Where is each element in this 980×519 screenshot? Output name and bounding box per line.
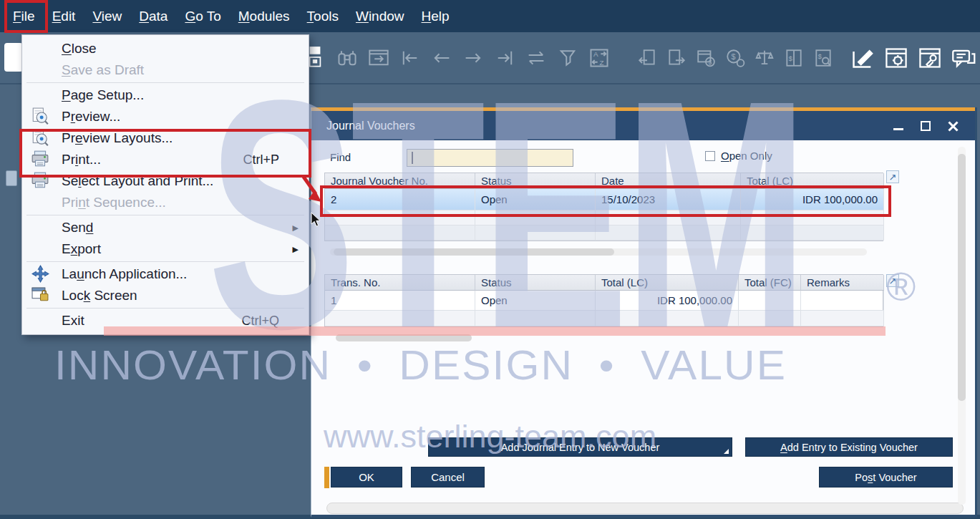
journal-vouchers-window: Journal Vouchers Find Open Only Journal … bbox=[311, 107, 977, 518]
entries-table-hscroll-thumb[interactable] bbox=[336, 334, 472, 341]
menu-separator bbox=[26, 82, 304, 83]
menu-bar: FileEditViewDataGo ToModulesToolsWindowH… bbox=[0, 0, 980, 32]
open-only-label[interactable]: Open Only bbox=[721, 150, 772, 162]
file-menu-item-exit[interactable]: ExitCtrl+Q bbox=[22, 310, 309, 331]
next-document-icon[interactable] bbox=[666, 48, 687, 68]
preview-icon bbox=[28, 107, 52, 126]
file-menu-item-select-layout-and-print[interactable]: Select Layout and Print... bbox=[22, 170, 309, 192]
menubar-item-data[interactable]: Data bbox=[139, 9, 168, 24]
empty-table-row[interactable] bbox=[325, 311, 883, 326]
voucher-table-hscroll-thumb[interactable] bbox=[334, 248, 614, 256]
menubar-item-modules[interactable]: Modules bbox=[238, 9, 290, 24]
file-menu-dropdown: CloseSave as DraftPage Setup...Preview..… bbox=[21, 34, 309, 335]
first-record-icon[interactable] bbox=[399, 47, 421, 69]
window-vscrollbar-thumb[interactable] bbox=[958, 154, 966, 401]
svg-text:$: $ bbox=[818, 52, 822, 59]
table-header-row: Trans. No.StatusTotal (LC)Total (FC)Rema… bbox=[325, 275, 883, 291]
add-entry-existing-voucher-button[interactable]: Add Entry to Existing Voucher bbox=[745, 437, 953, 457]
minimize-icon[interactable] bbox=[893, 128, 903, 130]
close-icon[interactable] bbox=[948, 121, 958, 131]
table-cell bbox=[596, 311, 739, 326]
last-record-icon[interactable] bbox=[494, 47, 515, 69]
default-button-accent bbox=[324, 467, 329, 488]
menubar-item-tools[interactable]: Tools bbox=[307, 9, 339, 24]
messages-icon[interactable] bbox=[951, 46, 976, 70]
add-journal-entry-new-voucher-button[interactable]: Add Journal Entry to New Voucher bbox=[428, 437, 732, 457]
column-header[interactable]: Remarks bbox=[801, 275, 884, 291]
menu-item-label: Save as Draft bbox=[62, 62, 144, 78]
svg-text:$: $ bbox=[708, 58, 712, 65]
expand-table-icon[interactable]: ↗ bbox=[886, 170, 899, 183]
customize-icon[interactable] bbox=[918, 46, 942, 70]
post-voucher-button[interactable]: Post Voucher bbox=[819, 467, 953, 488]
column-header[interactable]: Total (LC) bbox=[596, 275, 739, 291]
column-header[interactable]: Total (LC) bbox=[741, 173, 884, 189]
table-row[interactable]: 2Open15/10/2023IDR 100,000.00 bbox=[325, 189, 883, 210]
file-menu-item-preview[interactable]: Preview... bbox=[22, 106, 309, 127]
printer-icon bbox=[28, 172, 52, 189]
submenu-arrow-icon: ▶ bbox=[293, 245, 304, 254]
column-header[interactable]: Journal Voucher No. bbox=[325, 173, 475, 189]
column-header[interactable]: Status bbox=[475, 173, 596, 189]
previous-document-icon[interactable] bbox=[637, 48, 657, 68]
cancel-button[interactable]: Cancel bbox=[411, 467, 485, 488]
table-cell bbox=[739, 311, 801, 326]
file-menu-item-print-sequence: Print Sequence... bbox=[22, 192, 309, 213]
filter-icon[interactable] bbox=[557, 47, 578, 69]
menubar-item-help[interactable]: Help bbox=[422, 9, 450, 24]
svg-text:$: $ bbox=[732, 52, 736, 61]
menubar-item-edit[interactable]: Edit bbox=[52, 9, 76, 24]
file-menu-item-launch-application[interactable]: Launch Application... bbox=[22, 263, 309, 285]
menu-item-label: Send bbox=[62, 220, 93, 236]
column-header[interactable]: Date bbox=[596, 173, 741, 189]
menubar-item-go-to[interactable]: Go To bbox=[185, 9, 220, 24]
file-menu-item-preview-layouts[interactable]: Preview Layouts... bbox=[22, 127, 309, 149]
find-input[interactable] bbox=[407, 149, 573, 167]
menu-item-label: Launch Application... bbox=[62, 266, 187, 282]
journal-entry-icon[interactable]: $ bbox=[784, 48, 804, 68]
window-hscrollbar[interactable] bbox=[326, 503, 964, 514]
table-cell bbox=[596, 210, 741, 225]
gross-profit-icon[interactable]: $ bbox=[725, 48, 745, 68]
empty-table-row[interactable] bbox=[325, 225, 883, 241]
window-title: Journal Vouchers bbox=[326, 120, 415, 132]
edit-icon[interactable] bbox=[850, 46, 875, 70]
maximize-icon[interactable] bbox=[921, 121, 931, 131]
menubar-item-view[interactable]: View bbox=[92, 9, 122, 24]
menu-separator bbox=[26, 215, 304, 215]
find-icon[interactable] bbox=[336, 47, 358, 69]
transaction-query-icon[interactable]: $ bbox=[813, 48, 833, 68]
window-titlebar[interactable]: Journal Vouchers bbox=[311, 111, 975, 140]
expand-entries-table-icon[interactable]: ↗ bbox=[886, 274, 899, 287]
ok-button[interactable]: OK bbox=[331, 467, 402, 488]
file-menu-item-lock-screen[interactable]: Lock Screen bbox=[22, 285, 309, 306]
refresh-icon[interactable] bbox=[525, 47, 547, 69]
menubar-item-file[interactable]: File bbox=[13, 9, 35, 24]
file-menu-item-page-setup[interactable]: Page Setup... bbox=[22, 84, 309, 106]
empty-table-row[interactable] bbox=[325, 210, 883, 225]
file-menu-item-print[interactable]: Print...Ctrl+P bbox=[22, 149, 309, 170]
volume-weight-icon[interactable] bbox=[755, 48, 775, 68]
table-row[interactable]: 1OpenIDR 100,000.00 bbox=[325, 291, 883, 311]
voucher-table: Journal Voucher No.StatusDateTotal (LC)2… bbox=[324, 173, 883, 241]
window-controls bbox=[893, 121, 975, 131]
menubar-item-window[interactable]: Window bbox=[356, 9, 404, 24]
file-menu-item-save-as-draft: Save as Draft bbox=[22, 59, 309, 81]
column-header[interactable]: Trans. No. bbox=[325, 275, 475, 291]
button-label: Add Journal Entry to New Voucher bbox=[501, 442, 660, 453]
payment-means-icon[interactable]: $ bbox=[696, 48, 716, 68]
file-menu-item-send[interactable]: Send▶ bbox=[22, 217, 309, 238]
open-only-checkbox[interactable] bbox=[705, 151, 715, 161]
menu-item-label: Preview Layouts... bbox=[62, 130, 173, 146]
goto-window-icon[interactable] bbox=[368, 47, 389, 69]
table-cell: 1 bbox=[325, 291, 475, 311]
previous-record-icon[interactable] bbox=[431, 47, 452, 69]
file-menu-item-close[interactable]: Close bbox=[22, 38, 309, 59]
column-header[interactable]: Total (FC) bbox=[739, 275, 801, 291]
column-header[interactable]: Status bbox=[475, 275, 596, 291]
file-menu-item-export[interactable]: Export▶ bbox=[22, 238, 309, 260]
form-settings-icon[interactable] bbox=[884, 46, 908, 70]
text-caret bbox=[412, 152, 413, 164]
sort-icon[interactable]: AZ bbox=[588, 47, 610, 69]
next-record-icon[interactable] bbox=[462, 47, 484, 69]
